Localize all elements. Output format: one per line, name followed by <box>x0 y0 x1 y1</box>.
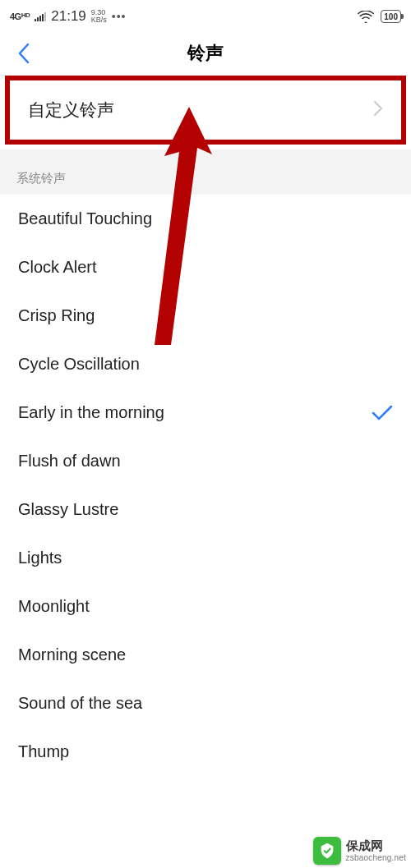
network-sup: HD <box>21 11 30 19</box>
ringtone-item[interactable]: Beautiful Touching <box>0 195 411 243</box>
ringtone-name: Flush of dawn <box>18 452 121 471</box>
watermark-badge-icon <box>313 837 341 865</box>
checkmark-icon <box>372 405 393 421</box>
watermark-text: 保成网 zsbaocheng.net <box>346 839 406 862</box>
ringtone-item[interactable]: Clock Alert <box>0 243 411 292</box>
speed-unit: KB/s <box>91 16 107 24</box>
nav-header: 铃声 <box>0 31 411 76</box>
ringtone-name: Sound of the sea <box>18 694 142 713</box>
ringtone-name: Morning scene <box>18 645 126 664</box>
page-title: 铃声 <box>187 41 224 66</box>
status-bar: 4GHD 21:19 9.30 KB/s ••• 100 <box>0 0 411 31</box>
network-type: 4GHD <box>10 11 30 21</box>
back-button[interactable] <box>12 41 36 66</box>
ringtone-name: Thump <box>18 742 69 761</box>
clock-time: 21:19 <box>51 8 86 25</box>
ringtone-name: Cycle Oscillation <box>18 355 140 374</box>
battery-text: 100 <box>384 12 398 21</box>
ringtone-list: Beautiful TouchingClock AlertCrisp RingC… <box>0 195 411 776</box>
custom-ringtone-label: 自定义铃声 <box>28 99 114 122</box>
ringtone-name: Early in the morning <box>18 403 164 422</box>
ringtone-item[interactable]: Early in the morning <box>0 388 411 437</box>
signal-bars-icon <box>35 11 46 21</box>
status-left: 4GHD 21:19 9.30 KB/s ••• <box>10 8 127 25</box>
custom-ringtone-section: 自定义铃声 <box>0 76 411 145</box>
ringtone-name: Lights <box>18 549 62 567</box>
ringtone-item[interactable]: Sound of the sea <box>0 679 411 728</box>
ringtone-name: Moonlight <box>18 597 90 616</box>
wifi-icon <box>358 11 374 23</box>
ringtone-name: Beautiful Touching <box>18 209 152 228</box>
watermark-brand-cn: 保成网 <box>346 839 406 853</box>
section-header-system: 系统铃声 <box>0 164 411 195</box>
network-label: 4G <box>10 11 21 21</box>
ringtone-name: Clock Alert <box>18 258 97 277</box>
more-icon: ••• <box>112 10 127 23</box>
ringtone-item[interactable]: Moonlight <box>0 582 411 631</box>
ringtone-item[interactable]: Crisp Ring <box>0 292 411 340</box>
custom-ringtone-row[interactable]: 自定义铃声 <box>5 76 406 145</box>
ringtone-item[interactable]: Flush of dawn <box>0 437 411 485</box>
section-gap <box>0 149 411 164</box>
status-right: 100 <box>358 10 401 23</box>
chevron-left-icon <box>17 43 30 64</box>
battery-indicator: 100 <box>381 10 401 23</box>
ringtone-item[interactable]: Lights <box>0 534 411 582</box>
ringtone-item[interactable]: Cycle Oscillation <box>0 340 411 388</box>
chevron-right-icon <box>373 100 383 120</box>
network-speed: 9.30 KB/s <box>91 9 107 24</box>
ringtone-item[interactable]: Morning scene <box>0 631 411 679</box>
ringtone-item[interactable]: Glassy Lustre <box>0 485 411 534</box>
ringtone-item[interactable]: Thump <box>0 728 411 776</box>
watermark: 保成网 zsbaocheng.net <box>308 834 411 868</box>
watermark-brand-en: zsbaocheng.net <box>346 853 406 862</box>
ringtone-name: Glassy Lustre <box>18 500 118 519</box>
ringtone-name: Crisp Ring <box>18 306 95 325</box>
